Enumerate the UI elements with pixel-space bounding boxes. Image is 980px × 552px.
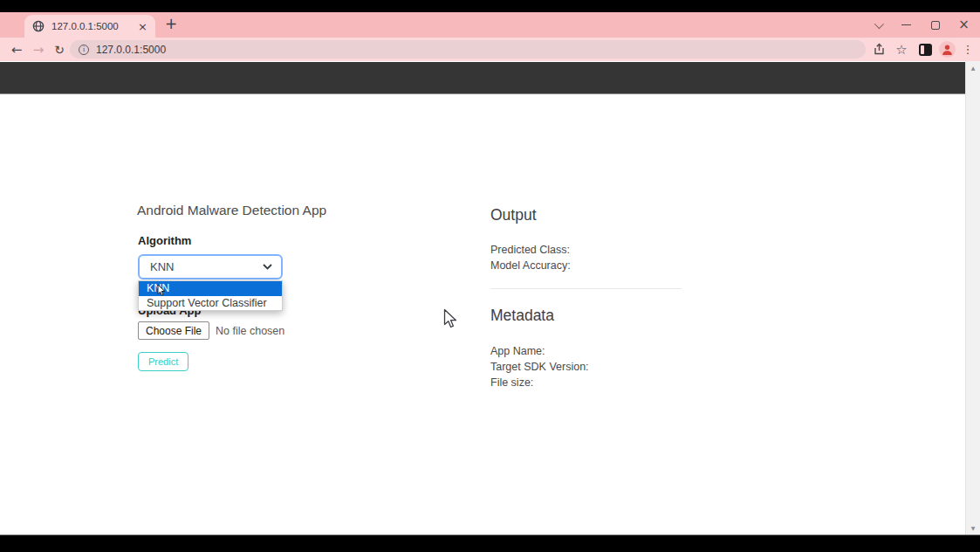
model-accuracy-label: Model Accuracy:: [490, 259, 571, 272]
bottom-bezel: [0, 535, 980, 552]
address-bar[interactable]: i 127.0.0.1:5000: [70, 40, 866, 59]
algorithm-dropdown-list: KNN Support Vector Classifier: [138, 280, 283, 311]
dropdown-option-svc[interactable]: Support Vector Classifier: [139, 296, 282, 311]
tab-title: 127.0.0.1:5000: [51, 21, 138, 31]
bookmark-star-icon[interactable]: ☆: [892, 38, 911, 61]
dropdown-option-knn[interactable]: KNN: [139, 281, 282, 296]
target-sdk-label: Target SDK Version:: [490, 361, 589, 373]
reload-icon[interactable]: ↻: [50, 38, 69, 61]
site-navbar: [0, 62, 965, 94]
close-icon: ×: [958, 18, 970, 31]
mouse-cursor-icon: [443, 308, 458, 330]
new-tab-button[interactable]: +: [165, 17, 177, 31]
browser-tab-strip: 127.0.0.1:5000 × + ×: [0, 12, 980, 38]
share-icon[interactable]: [869, 38, 888, 61]
maximize-icon: [931, 21, 940, 30]
window-maximize-button[interactable]: [921, 12, 949, 38]
tab-close-icon[interactable]: ×: [138, 21, 147, 32]
browser-tab[interactable]: 127.0.0.1:5000 ×: [24, 15, 155, 38]
page-scrollbar[interactable]: ▲ ▼: [965, 61, 980, 535]
file-size-label: File size:: [490, 376, 533, 389]
screen: 127.0.0.1:5000 × + × ← → ↻ i 127.0.0.1:5…: [0, 0, 980, 552]
top-bezel: [0, 0, 980, 12]
section-divider: [490, 288, 682, 289]
window-menu-chevron-icon[interactable]: [863, 12, 892, 38]
side-panel-icon[interactable]: [915, 38, 935, 61]
minimize-icon: [901, 24, 911, 26]
metadata-heading: Metadata: [490, 307, 554, 325]
browser-menu-icon[interactable]: ⋮: [958, 38, 977, 61]
algorithm-selected-value: KNN: [150, 260, 263, 273]
scroll-down-icon[interactable]: ▼: [966, 525, 980, 531]
algorithm-label: Algorithm: [138, 234, 191, 247]
file-status-text: No file chosen: [216, 325, 284, 337]
file-input[interactable]: Choose File No file chosen: [138, 321, 284, 340]
output-heading: Output: [490, 206, 537, 224]
choose-file-button[interactable]: Choose File: [138, 321, 209, 340]
forward-icon[interactable]: →: [29, 38, 48, 61]
predicted-class-label: Predicted Class:: [490, 244, 570, 256]
url-text: 127.0.0.1:5000: [96, 44, 166, 56]
site-info-icon[interactable]: i: [79, 45, 89, 55]
back-icon[interactable]: ←: [7, 38, 26, 61]
window-close-button[interactable]: ×: [949, 12, 978, 38]
profile-avatar[interactable]: [937, 38, 956, 61]
predict-button[interactable]: Predict: [138, 352, 188, 371]
algorithm-select[interactable]: KNN: [138, 254, 283, 279]
chevron-down-icon: [263, 264, 272, 270]
browser-toolbar: ← → ↻ i 127.0.0.1:5000 ☆ ⋮: [0, 38, 980, 61]
globe-favicon-icon: [32, 20, 45, 32]
app-name-label: App Name:: [490, 345, 545, 357]
person-icon: [942, 44, 953, 55]
window-controls: ×: [863, 12, 978, 38]
scroll-up-icon[interactable]: ▲: [966, 65, 980, 71]
page-title: Android Malware Detection App: [137, 203, 326, 218]
page-viewport: Android Malware Detection App Algorithm …: [0, 61, 980, 535]
window-minimize-button[interactable]: [892, 12, 921, 38]
